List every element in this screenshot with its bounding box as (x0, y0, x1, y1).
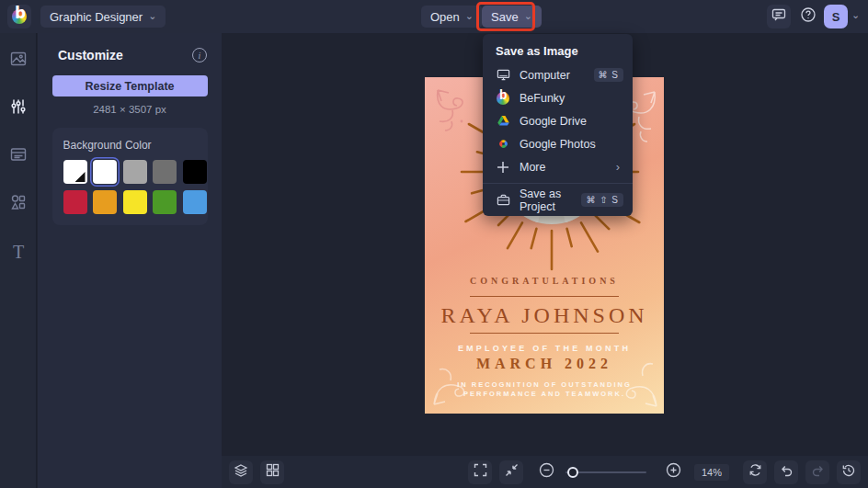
save-button[interactable]: Save ⌄ (482, 6, 542, 28)
undo-icon (780, 463, 794, 481)
open-button-label: Open (430, 10, 460, 24)
chevron-down-icon: ⌄ (524, 11, 532, 21)
befunky-logo-icon[interactable] (7, 5, 31, 28)
layers-button[interactable] (229, 460, 253, 484)
open-button[interactable]: Open ⌄ (421, 6, 483, 28)
certificate-congratulations: CONGRATULATIONS (425, 276, 664, 286)
sliders-icon (9, 97, 28, 119)
zoom-out-icon (539, 462, 554, 482)
left-icon-rail: T (0, 33, 37, 488)
template-card-icon (9, 145, 28, 167)
plus-icon (496, 160, 510, 175)
app-mode-dropdown[interactable]: Graphic Designer ⌄ (40, 6, 166, 28)
avatar-initial: S (832, 10, 840, 24)
swatch-dark-gray[interactable] (153, 160, 177, 184)
undo-button[interactable] (774, 460, 798, 484)
sidebar-item-text[interactable]: T (0, 232, 37, 272)
swatch-orange[interactable] (93, 190, 117, 214)
swatch-red[interactable] (63, 190, 87, 214)
save-menu-item-save-as-project[interactable]: Save as Project ⌘ ⇧ S (483, 188, 633, 211)
swatch-blue[interactable] (183, 190, 207, 214)
google-drive-icon (496, 114, 510, 129)
sidebar-item-image-manager[interactable] (0, 40, 37, 81)
resize-template-button[interactable]: Resize Template (52, 75, 208, 96)
menu-item-label: Google Photos (520, 138, 623, 151)
layers-icon (234, 463, 248, 482)
zoom-slider-track[interactable] (565, 471, 646, 473)
google-photos-icon (496, 137, 510, 152)
zoom-slider-handle[interactable] (567, 467, 578, 478)
app-mode-label: Graphic Designer (50, 10, 143, 24)
info-icon[interactable]: i (192, 48, 207, 62)
fullscreen-icon (474, 463, 487, 481)
save-menu-item-befunky[interactable]: BeFunky (483, 86, 633, 109)
save-button-label: Save (491, 10, 519, 24)
zoom-level-value[interactable]: 14% (694, 464, 729, 481)
grid-icon (266, 463, 280, 481)
swatch-grid (63, 160, 197, 214)
help-button[interactable] (796, 5, 820, 28)
bottom-toolbar: 14% (222, 456, 868, 488)
panel-title: Customize (58, 48, 123, 62)
background-color-label: Background Color (63, 139, 197, 152)
chevron-down-icon: ⌄ (148, 11, 156, 21)
save-menu-header: Save as Image (483, 42, 633, 63)
swatch-green[interactable] (153, 190, 177, 214)
reset-icon (748, 463, 762, 481)
briefcase-icon (496, 193, 510, 208)
shortcut-badge: ⌘ ⇧ S (581, 193, 623, 207)
swatch-white[interactable] (93, 160, 117, 184)
certificate-recognition: IN RECOGNITION OF OUTSTANDING PERFORMANC… (425, 380, 664, 399)
menu-divider (483, 183, 633, 184)
customize-panel: Customize i Resize Template 2481 × 3507 … (38, 33, 222, 488)
account-chevron-down-icon[interactable]: ⌄ (851, 10, 860, 20)
redo-button[interactable] (805, 460, 829, 484)
sidebar-item-graphics[interactable] (0, 184, 37, 224)
feedback-chat-button[interactable] (767, 5, 791, 28)
zoom-controls: 14% (532, 460, 729, 484)
user-avatar[interactable]: S (824, 5, 848, 28)
chevron-down-icon: ⌄ (465, 11, 474, 21)
computer-icon (496, 68, 510, 83)
swatch-yellow[interactable] (123, 190, 147, 214)
grid-view-button[interactable] (260, 460, 284, 484)
certificate-name: RAYA JOHNSON (425, 303, 664, 328)
sidebar-item-templates[interactable] (0, 136, 37, 176)
chat-bubble-icon (771, 7, 786, 26)
befunky-icon (496, 91, 510, 106)
save-menu-item-computer[interactable]: Computer ⌘ S (483, 63, 633, 86)
template-dimensions: 2481 × 3507 px (38, 104, 222, 115)
save-menu-item-google-photos[interactable]: Google Photos (483, 132, 633, 155)
text-icon: T (13, 242, 24, 263)
fit-to-screen-button[interactable] (499, 460, 523, 484)
swatch-light-gray[interactable] (123, 160, 147, 184)
save-menu-item-google-drive[interactable]: Google Drive (483, 109, 633, 132)
certificate-divider (470, 333, 619, 334)
zoom-out-button[interactable] (534, 460, 558, 484)
swatch-transparent[interactable] (63, 160, 87, 184)
shapes-icon (9, 193, 28, 215)
sidebar-item-customize[interactable] (0, 88, 37, 129)
menu-item-label: Google Drive (520, 115, 623, 128)
save-dropdown-menu: Save as Image Computer ⌘ S BeFunky Googl… (483, 34, 633, 216)
save-menu-item-more[interactable]: More › (483, 155, 633, 178)
zoom-in-icon (666, 462, 681, 482)
history-button[interactable] (837, 460, 861, 484)
reset-button[interactable] (743, 460, 767, 484)
redo-icon (811, 463, 825, 481)
certificate-subtitle: EMPLOYEE OF THE MONTH (425, 344, 664, 353)
top-bar: Graphic Designer ⌄ Open ⌄ Save ⌄ S ⌄ (0, 0, 868, 33)
swatch-black[interactable] (183, 160, 207, 184)
certificate-divider (470, 296, 619, 297)
fullscreen-button[interactable] (468, 460, 492, 484)
fit-screen-icon (505, 463, 519, 481)
menu-item-label: More (520, 161, 607, 174)
zoom-in-button[interactable] (661, 460, 685, 484)
certificate-date: MARCH 2022 (425, 356, 664, 372)
history-icon (841, 463, 856, 482)
image-icon (9, 50, 28, 72)
menu-item-label: Computer (520, 69, 585, 82)
help-icon (800, 6, 817, 27)
background-color-card: Background Color (52, 128, 208, 225)
menu-item-label: Save as Project (520, 187, 572, 213)
